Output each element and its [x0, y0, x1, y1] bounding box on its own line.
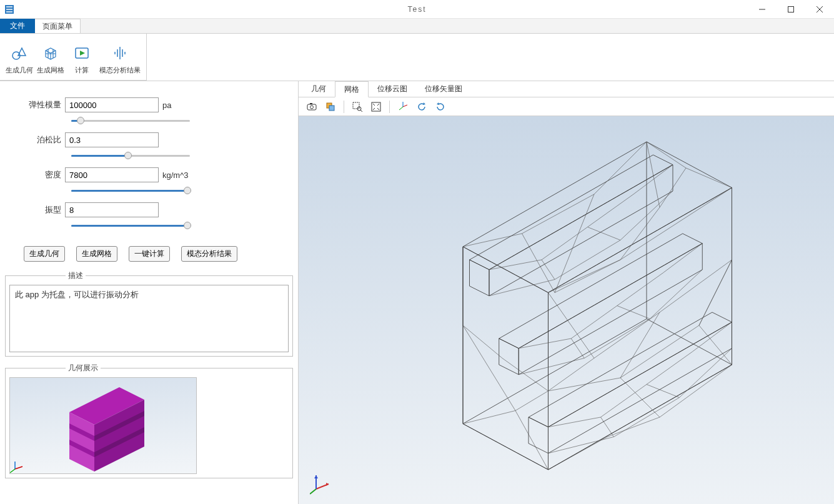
svg-rect-2 [788, 7, 794, 12]
svg-line-33 [373, 104, 375, 106]
svg-marker-54 [499, 338, 519, 375]
svg-point-25 [310, 106, 314, 109]
view-toolbar [299, 97, 834, 116]
svg-line-36 [377, 108, 379, 110]
mode-label: 振型 [5, 204, 65, 215]
mode-slider[interactable] [71, 220, 190, 231]
density-unit: kg/m^3 [159, 170, 189, 180]
rotate-cw-icon[interactable] [432, 99, 449, 114]
svg-line-34 [377, 104, 379, 106]
scene-icon[interactable] [322, 99, 339, 114]
ribbon-gen-geom[interactable]: 生成几何 [4, 36, 35, 77]
tab-geometry[interactable]: 几何 [302, 81, 335, 97]
svg-marker-43 [463, 247, 549, 470]
window-title: Test [0, 5, 834, 14]
axes-icon[interactable] [395, 99, 411, 114]
svg-rect-26 [310, 103, 312, 104]
file-menu[interactable]: 文件 [0, 19, 35, 33]
gen-mesh-button[interactable]: 生成网格 [76, 246, 117, 262]
tab-page-menu[interactable]: 页面菜单 [35, 19, 81, 33]
svg-marker-51 [470, 260, 490, 296]
mode-input[interactable] [65, 202, 159, 217]
modal-result-button[interactable]: 模态分析结果 [181, 246, 237, 262]
description-text: 此 app 为托盘，可以进行振动分析 [9, 285, 289, 352]
svg-marker-49 [470, 155, 673, 270]
svg-marker-42 [463, 142, 732, 293]
svg-marker-44 [549, 188, 732, 470]
svg-marker-62 [314, 475, 318, 478]
svg-marker-41 [437, 102, 439, 105]
ribbon-compute[interactable]: 计算 [66, 36, 97, 77]
poisson-label: 泊松比 [5, 134, 65, 146]
svg-line-37 [403, 105, 407, 107]
tab-mesh[interactable]: 网格 [335, 81, 369, 97]
ribbon-gen-mesh[interactable]: 生成网格 [35, 36, 66, 77]
close-button[interactable] [805, 0, 834, 19]
description-legend: 描述 [66, 270, 86, 281]
svg-marker-8 [80, 51, 85, 56]
geometry-preview-legend: 几何展示 [66, 363, 101, 373]
poisson-slider[interactable] [71, 150, 190, 161]
minimize-button[interactable] [748, 0, 777, 19]
svg-rect-29 [353, 102, 359, 109]
maximize-button[interactable] [777, 0, 805, 19]
svg-marker-52 [499, 234, 703, 348]
ribbon-label: 计算 [75, 66, 89, 75]
play-icon [73, 44, 91, 63]
density-slider[interactable] [71, 185, 190, 196]
parameters-panel: 弹性模量 pa 泊松比 密度 kg/m^3 振型 生成 [0, 81, 299, 504]
svg-marker-6 [18, 48, 26, 56]
geometry-preview-fieldset: 几何展示 [5, 363, 293, 478]
svg-line-39 [399, 107, 403, 110]
svg-rect-28 [329, 106, 334, 111]
elastic-modulus-slider[interactable] [71, 115, 190, 126]
waveform-icon [111, 44, 129, 63]
geometry-preview-viewport[interactable] [9, 377, 197, 474]
svg-line-60 [310, 489, 316, 494]
title-bar: Test [0, 0, 834, 19]
ribbon-modal-result[interactable]: 模态分析结果 [97, 36, 142, 77]
elastic-modulus-label: 弹性模量 [5, 99, 65, 111]
geometry-icon [11, 44, 28, 63]
svg-line-31 [360, 110, 362, 112]
ribbon-label: 生成几何 [6, 66, 33, 75]
svg-line-35 [373, 108, 375, 110]
svg-marker-55 [529, 312, 732, 427]
mesh-viewport[interactable] [299, 116, 834, 504]
ribbon-label: 生成网格 [37, 66, 64, 75]
view-tabs: 几何 网格 位移云图 位移矢量图 [299, 81, 834, 97]
gen-geom-button[interactable]: 生成几何 [24, 246, 65, 262]
density-label: 密度 [5, 169, 65, 180]
density-input[interactable] [65, 167, 159, 182]
elastic-modulus-input[interactable] [65, 97, 159, 112]
ribbon: 生成几何 生成网格 计算 模态分析结果 [0, 34, 834, 81]
camera-icon[interactable] [304, 99, 320, 114]
rotate-ccw-icon[interactable] [414, 99, 430, 114]
zoom-extent-icon[interactable] [368, 99, 384, 114]
poisson-input[interactable] [65, 132, 159, 147]
zoom-select-icon[interactable] [349, 99, 365, 114]
description-fieldset: 描述 此 app 为托盘，可以进行振动分析 [5, 270, 293, 357]
tab-disp-vector[interactable]: 位移矢量图 [416, 81, 471, 97]
tab-disp-cloud[interactable]: 位移云图 [369, 81, 416, 97]
axis-triad-icon [310, 470, 335, 495]
mesh-cube-icon [42, 44, 59, 63]
elastic-modulus-unit: pa [159, 101, 171, 110]
svg-line-23 [10, 469, 15, 473]
ribbon-label: 模态分析结果 [99, 66, 141, 75]
svg-marker-57 [529, 417, 549, 453]
svg-line-21 [15, 467, 22, 469]
svg-rect-24 [307, 104, 316, 110]
compute-button[interactable]: 一键计算 [129, 246, 170, 262]
ribbon-tabs: 文件 页面菜单 [0, 19, 834, 34]
results-panel: 几何 网格 位移云图 位移矢量图 [299, 81, 834, 504]
svg-marker-40 [423, 102, 425, 105]
